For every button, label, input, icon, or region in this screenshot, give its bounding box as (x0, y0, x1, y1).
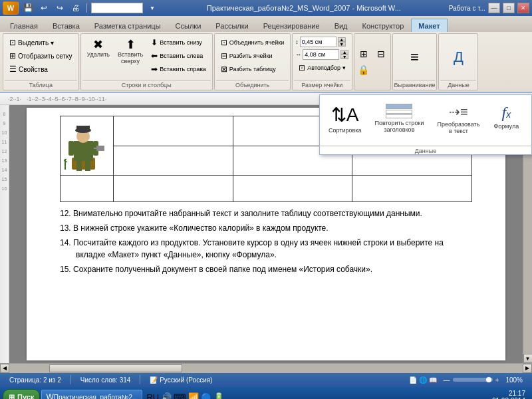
split-cells-icon: ⊟ (221, 51, 227, 61)
insert-above-button[interactable]: ⬆ Вставитьсверху (114, 37, 146, 66)
group-merge-label: Объединить (216, 80, 289, 88)
delete-label: Удалить (87, 51, 110, 58)
word-taskbar-button[interactable]: W Практическая_работа№2... (41, 390, 142, 399)
tab-mailings[interactable]: Рассылки (208, 19, 255, 32)
properties-button[interactable]: ☰ Свойства (6, 63, 51, 75)
split-table-button[interactable]: ⊠ Разбить таблицу (217, 63, 279, 75)
start-label: Пуск (17, 393, 34, 399)
table-cell-image (61, 116, 114, 176)
redo-button[interactable]: ↪ (53, 2, 66, 14)
close-button[interactable]: ✕ (517, 3, 529, 13)
select-button[interactable]: ⊡ Выделить ▾ (6, 37, 57, 49)
para-15-num: 15. (60, 265, 73, 274)
word-count-status[interactable]: Число слов: 314 (76, 376, 135, 384)
group-tablica-label: Таблица (5, 80, 77, 88)
tab-view[interactable]: Вид (327, 19, 355, 32)
autofit-button[interactable]: ⊡ Автоподбор ▾ (295, 62, 348, 74)
group-merge: ⊡ Объединить ячейки ⊟ Разбить ячейки ⊠ Р… (214, 33, 291, 90)
zoom-level-text: 100% (505, 376, 523, 384)
lock-aspect-button[interactable]: 🔒 (356, 63, 372, 77)
convert-text-button[interactable]: ⇢≡ Преобразоватьв текст (434, 100, 483, 138)
view-read-icon[interactable]: 📖 (429, 376, 437, 384)
maximize-button[interactable]: □ (503, 3, 515, 13)
height-up-button[interactable]: ▲ (338, 37, 346, 42)
cell-width-input-row: ↔ 4,08 см ▲ ▼ (295, 49, 348, 60)
scroll-left-button[interactable]: ◀ (0, 364, 9, 373)
office-button[interactable]: W (3, 1, 19, 15)
network-icon[interactable]: 📶 (188, 392, 199, 400)
cell-height-input-row: ↕ 0,45 см ▲ ▼ (295, 37, 346, 47)
split-cells-button[interactable]: ⊟ Разбить ячейки (217, 50, 276, 62)
tab-links[interactable]: Ссылки (168, 19, 209, 32)
minimize-button[interactable]: — (488, 3, 500, 13)
split-table-label: Разбить таблицу (229, 66, 276, 72)
view-buttons: 📄 🌐 📖 (405, 376, 441, 384)
tab-insert[interactable]: Вставка (45, 19, 87, 32)
bluetooth-icon[interactable]: 🔵 (201, 392, 211, 400)
context-tab-label: Работа с т... (449, 5, 485, 12)
sort-button[interactable]: ⇅A Сортировка (325, 100, 364, 137)
save-button[interactable]: 💾 (21, 2, 35, 14)
zoom-in-button[interactable]: + (495, 376, 499, 384)
ru-lang-icon[interactable]: RU (146, 392, 159, 400)
height-spinners: ▲ ▼ (338, 37, 346, 47)
para-14-num: 14. (60, 238, 73, 247)
bottom-scrollbar: ◀ ▶ (0, 363, 532, 372)
width-icon: ↔ (295, 51, 301, 58)
tab-constructor[interactable]: Конструктор (355, 19, 412, 32)
merge-cells-icon: ⊡ (221, 38, 227, 47)
show-grid-button[interactable]: ⊞ Отобразить сетку (6, 50, 76, 62)
start-button[interactable]: ⊞ Пуск (3, 389, 40, 399)
autofit-label: Автоподбор ▾ (307, 65, 345, 71)
properties-label: Свойства (19, 66, 48, 73)
battery-icon[interactable]: 🔋 (213, 392, 224, 400)
zoom-out-button[interactable]: — (444, 376, 450, 384)
undo-button[interactable]: ↩ (37, 2, 51, 14)
group-align-label: Выравнивание (394, 80, 436, 88)
distribute-cols-button[interactable]: ⊟ (373, 47, 389, 61)
insert-right-button[interactable]: ➡ Вставить справа (148, 63, 209, 75)
height-down-button[interactable]: ▼ (338, 42, 346, 47)
data-popup: ⇅A Сортировка Повторить строкизаголовков… (319, 94, 532, 155)
distribute-row2: 🔒 (356, 63, 389, 77)
tab-maket[interactable]: Макет (411, 19, 447, 32)
svg-rect-5 (76, 154, 82, 171)
width-down-button[interactable]: ▼ (340, 55, 348, 59)
tab-home[interactable]: Главная (3, 19, 45, 32)
insert-below-button[interactable]: ⬇ Вставить снизу (148, 37, 209, 49)
para-15-text: Сохраните полученный документ в своей па… (73, 265, 372, 274)
width-up-button[interactable]: ▲ (340, 50, 348, 55)
language-status[interactable]: 📝 Русский (Россия) (146, 376, 216, 384)
dropdown-arrow[interactable]: ▼ (146, 2, 159, 14)
scroll-right-button[interactable]: ▶ (523, 364, 532, 373)
para-12-num: 12. (60, 209, 73, 218)
delete-button[interactable]: ✖ Удалить (84, 37, 113, 60)
page-status[interactable]: Страница: 2 из 2 (5, 376, 65, 384)
data-button[interactable]: Д (448, 48, 469, 66)
tab-review[interactable]: Рецензирование (256, 19, 327, 32)
spell-check-icon: 📝 (150, 376, 158, 384)
svg-rect-6 (85, 154, 90, 171)
distribute-rows-button[interactable]: ⊞ (356, 47, 372, 61)
repeat-header-button[interactable]: Повторить строкизаголовков (371, 100, 427, 136)
cell-width-field[interactable]: 4,08 см (303, 49, 339, 60)
alignment-icon: ≡ (410, 50, 419, 65)
zoom-level[interactable]: 100% (501, 376, 527, 384)
scroll-down-button[interactable]: ▼ (523, 354, 533, 363)
tab-layout[interactable]: Разметка страницы (87, 19, 168, 32)
view-web-icon[interactable]: 🌐 (419, 376, 427, 384)
insert-left-button[interactable]: ⬅ Вставить слева (148, 50, 209, 62)
keyboard-icon[interactable]: ⌨ (174, 392, 186, 400)
zoom-slider[interactable] (453, 378, 493, 382)
cell-height-field[interactable]: 0,45 см (300, 37, 336, 47)
formula-button[interactable]: fx Формула (489, 100, 523, 133)
view-normal-icon[interactable]: 📄 (409, 376, 417, 384)
quick-print-button[interactable]: 🖨 (69, 2, 82, 14)
alignment-button[interactable]: ≡ (404, 48, 425, 66)
volume-icon[interactable]: 🔊 (161, 392, 172, 400)
word-icon: W (46, 392, 53, 399)
merge-cells-button[interactable]: ⊡ Объединить ячейки (217, 37, 287, 49)
paragraph-14: 14. Посчитайте каждого из продуктов. Уст… (60, 237, 472, 261)
para-13-text: В нижней строке укажите «Количество кало… (73, 223, 329, 233)
hscroll-thumb[interactable] (49, 364, 182, 372)
